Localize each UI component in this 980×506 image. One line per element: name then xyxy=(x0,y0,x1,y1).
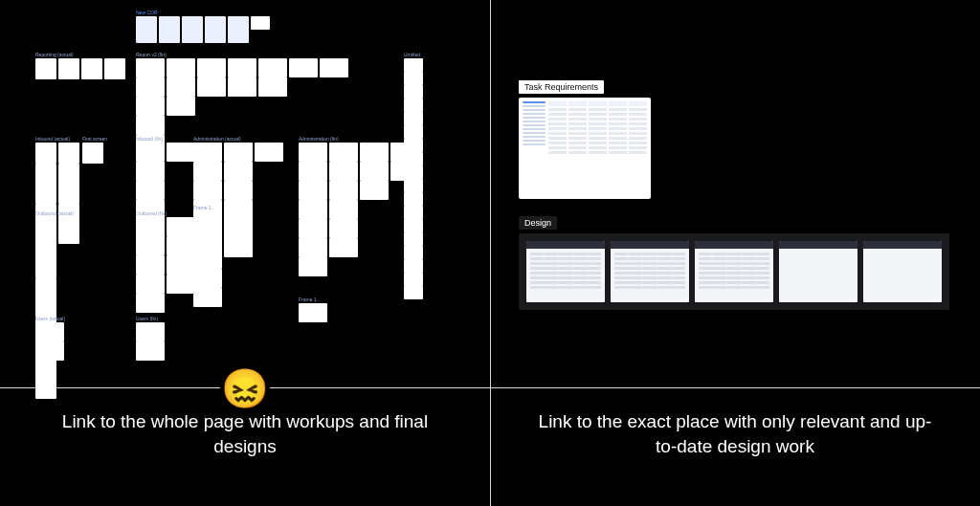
group-label: Users (actual) xyxy=(35,316,65,321)
frame-thumbnail xyxy=(228,16,249,43)
frame-thumbnail xyxy=(167,97,195,116)
frame-group: New COR xyxy=(136,6,270,43)
frame-thumbnail xyxy=(360,162,389,181)
frame-thumbnail xyxy=(404,152,423,165)
frame-thumbnail xyxy=(299,303,327,322)
frame-thumbnail xyxy=(404,165,423,179)
group-label: First screen xyxy=(82,136,107,142)
frame-thumbnail xyxy=(136,341,165,361)
frame-group: Outbound (actual) xyxy=(35,207,74,399)
design-card xyxy=(779,241,858,302)
frame-thumbnail xyxy=(224,143,253,162)
frame-thumbnail xyxy=(404,99,423,112)
frame-thumbnail xyxy=(404,85,423,99)
group-label: Frame 1... xyxy=(299,297,327,302)
frame-thumbnail xyxy=(167,58,195,77)
frame-thumbnail xyxy=(404,112,423,125)
frame-thumbnail xyxy=(136,58,165,77)
group-label: Inbound (fin) xyxy=(136,136,195,142)
design-card xyxy=(611,241,689,302)
design-strip xyxy=(519,233,949,310)
design-card xyxy=(863,241,942,302)
frame-thumbnail xyxy=(167,255,195,275)
frame-thumbnail xyxy=(167,77,195,97)
frame-group: Frame 1... xyxy=(299,293,327,322)
frame-thumbnail xyxy=(404,139,423,152)
frame-thumbnail xyxy=(136,77,165,97)
group-label: Inbound (actual) xyxy=(35,136,79,142)
frame-thumbnail xyxy=(136,16,157,43)
group-label: Outbound (fin) xyxy=(136,210,195,216)
frame-thumbnail xyxy=(205,16,226,43)
frame-thumbnail xyxy=(329,219,358,238)
frame-thumbnail xyxy=(224,181,253,200)
frame-thumbnail xyxy=(404,125,423,139)
frame-thumbnail xyxy=(167,143,195,162)
frame-group: Outbound (fin) xyxy=(136,207,195,313)
divider-vertical xyxy=(490,0,491,506)
frame-thumbnail xyxy=(258,77,287,97)
frame-thumbnail xyxy=(255,143,283,162)
frame-thumbnail xyxy=(136,275,165,294)
group-label: Frame 1... xyxy=(193,205,253,210)
messy-canvas: New CORReporting (actual)Report v2 (fin)… xyxy=(21,6,477,364)
frame-group: Untitled xyxy=(404,48,423,299)
frame-thumbnail xyxy=(193,162,222,181)
frame-thumbnail xyxy=(193,250,222,269)
frame-thumbnail xyxy=(329,162,358,181)
frame-thumbnail xyxy=(167,275,195,294)
requirements-card xyxy=(519,98,651,199)
frame-thumbnail xyxy=(289,58,318,77)
frame-thumbnail xyxy=(136,143,165,162)
frame-thumbnail xyxy=(35,217,56,238)
frame-thumbnail xyxy=(193,181,222,200)
group-label: Untitled xyxy=(404,52,423,57)
frame-thumbnail xyxy=(35,359,56,399)
frame-thumbnail xyxy=(35,143,56,164)
frame-thumbnail xyxy=(224,231,253,250)
frame-thumbnail xyxy=(299,257,327,276)
confounded-emoji: 😖 xyxy=(220,363,270,413)
frame-thumbnail xyxy=(136,322,165,341)
frame-thumbnail xyxy=(35,322,64,341)
frame-thumbnail xyxy=(404,259,423,273)
frame-group: Users (fin) xyxy=(136,312,165,361)
design-label: Design xyxy=(519,216,557,230)
frame-thumbnail xyxy=(35,341,64,361)
group-label: Outbound (actual) xyxy=(35,210,74,216)
frame-thumbnail xyxy=(136,97,165,116)
frame-thumbnail xyxy=(58,143,79,164)
frame-thumbnail xyxy=(404,219,423,232)
right-panel: Task Requirements xyxy=(490,0,980,506)
frame-thumbnail xyxy=(35,164,56,204)
frame-thumbnail xyxy=(299,238,327,257)
frame-thumbnail xyxy=(299,219,327,238)
frame-thumbnail xyxy=(329,200,358,219)
clean-canvas: Task Requirements xyxy=(519,77,949,364)
frame-thumbnail xyxy=(360,181,389,200)
frame-thumbnail xyxy=(258,58,287,77)
frame-thumbnail xyxy=(136,255,165,275)
frame-thumbnail xyxy=(299,200,327,219)
frame-thumbnail xyxy=(224,211,253,231)
group-label: Users (fin) xyxy=(136,316,165,321)
frame-group: Administration (fin) xyxy=(299,132,419,276)
divider-horizontal xyxy=(490,387,980,388)
frame-group: Reporting (actual) xyxy=(35,48,125,79)
group-label: Administration (actual) xyxy=(193,136,283,142)
frame-thumbnail xyxy=(167,217,195,236)
frame-thumbnail xyxy=(193,211,222,231)
frame-thumbnail xyxy=(404,232,423,246)
frame-thumbnail xyxy=(251,16,270,30)
frame-thumbnail xyxy=(136,217,165,236)
frame-thumbnail xyxy=(167,236,195,255)
left-panel: New CORReporting (actual)Report v2 (fin)… xyxy=(0,0,490,506)
frame-thumbnail xyxy=(404,246,423,259)
frame-thumbnail xyxy=(82,143,103,164)
frame-thumbnail xyxy=(360,143,389,162)
frame-thumbnail xyxy=(58,58,79,79)
frame-thumbnail xyxy=(136,162,165,181)
group-label: New COR xyxy=(136,10,270,15)
group-label: Report v2 (fin) xyxy=(136,52,348,57)
frame-group: First screen xyxy=(82,132,107,164)
